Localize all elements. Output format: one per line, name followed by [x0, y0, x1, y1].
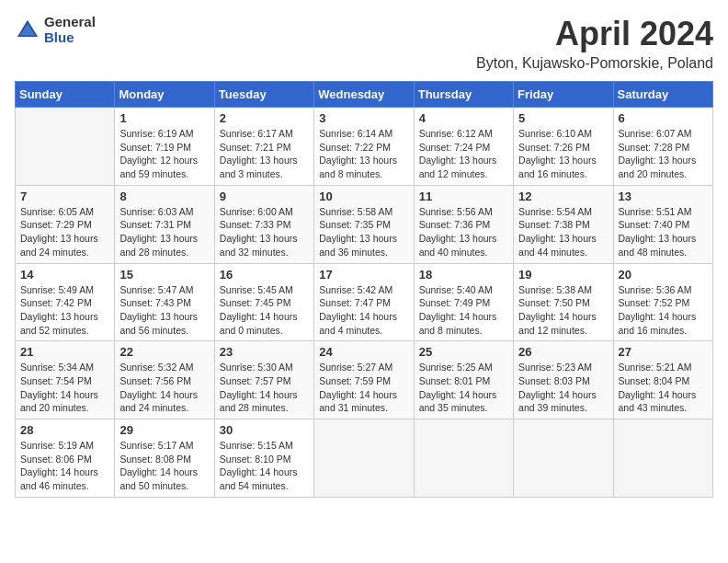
calendar-week-row: 28Sunrise: 5:19 AM Sunset: 8:06 PM Dayli…	[16, 419, 713, 498]
day-info: Sunrise: 5:47 AM Sunset: 7:43 PM Dayligh…	[119, 283, 209, 338]
calendar-cell: 17Sunrise: 5:42 AM Sunset: 7:47 PM Dayli…	[314, 263, 414, 341]
weekday-header-row: SundayMondayTuesdayWednesdayThursdayFrid…	[16, 82, 713, 108]
day-number: 10	[319, 190, 408, 203]
calendar-cell: 28Sunrise: 5:19 AM Sunset: 8:06 PM Dayli…	[16, 419, 115, 498]
calendar-week-row: 1Sunrise: 6:19 AM Sunset: 7:19 PM Daylig…	[16, 108, 713, 186]
day-info: Sunrise: 6:03 AM Sunset: 7:31 PM Dayligh…	[119, 205, 209, 259]
calendar-cell: 12Sunrise: 5:54 AM Sunset: 7:38 PM Dayli…	[514, 185, 613, 263]
day-info: Sunrise: 5:34 AM Sunset: 7:54 PM Dayligh…	[20, 361, 109, 415]
calendar-week-row: 14Sunrise: 5:49 AM Sunset: 7:42 PM Dayli…	[16, 263, 713, 341]
calendar-cell: 10Sunrise: 5:58 AM Sunset: 7:35 PM Dayli…	[314, 185, 414, 263]
day-info: Sunrise: 6:05 AM Sunset: 7:29 PM Dayligh…	[20, 205, 109, 259]
weekday-header: Wednesday	[314, 82, 414, 108]
calendar-cell: 19Sunrise: 5:38 AM Sunset: 7:50 PM Dayli…	[514, 263, 613, 341]
day-number: 3	[319, 111, 408, 125]
day-number: 23	[220, 345, 309, 359]
calendar-cell: 13Sunrise: 5:51 AM Sunset: 7:40 PM Dayli…	[613, 185, 712, 263]
day-number: 30	[220, 423, 309, 437]
day-info: Sunrise: 5:32 AM Sunset: 7:56 PM Dayligh…	[119, 361, 209, 415]
weekday-header: Monday	[115, 82, 214, 108]
calendar-cell: 30Sunrise: 5:15 AM Sunset: 8:10 PM Dayli…	[214, 419, 313, 498]
weekday-header: Sunday	[16, 82, 115, 108]
calendar-week-row: 7Sunrise: 6:05 AM Sunset: 7:29 PM Daylig…	[16, 185, 713, 263]
location-title: Byton, Kujawsko-Pomorskie, Poland	[476, 55, 713, 72]
day-info: Sunrise: 5:36 AM Sunset: 7:52 PM Dayligh…	[619, 283, 708, 338]
calendar: SundayMondayTuesdayWednesdayThursdayFrid…	[15, 81, 713, 498]
logo-icon	[15, 17, 40, 43]
day-number: 7	[20, 190, 109, 203]
day-number: 20	[619, 268, 708, 282]
day-number: 11	[419, 190, 508, 203]
day-info: Sunrise: 5:40 AM Sunset: 7:49 PM Dayligh…	[419, 283, 508, 338]
weekday-header: Tuesday	[214, 82, 313, 108]
logo-blue-text: Blue	[44, 30, 96, 46]
logo: General Blue	[15, 15, 96, 45]
calendar-cell: 4Sunrise: 6:12 AM Sunset: 7:24 PM Daylig…	[414, 108, 513, 186]
day-number: 13	[619, 190, 708, 203]
calendar-cell: 20Sunrise: 5:36 AM Sunset: 7:52 PM Dayli…	[613, 263, 712, 341]
logo-text: General Blue	[44, 15, 96, 45]
day-info: Sunrise: 5:51 AM Sunset: 7:40 PM Dayligh…	[619, 205, 708, 259]
calendar-week-row: 21Sunrise: 5:34 AM Sunset: 7:54 PM Dayli…	[16, 341, 713, 419]
day-info: Sunrise: 5:38 AM Sunset: 7:50 PM Dayligh…	[518, 283, 608, 338]
day-info: Sunrise: 6:14 AM Sunset: 7:22 PM Dayligh…	[319, 127, 408, 181]
calendar-cell: 25Sunrise: 5:25 AM Sunset: 8:01 PM Dayli…	[414, 341, 513, 419]
day-info: Sunrise: 6:10 AM Sunset: 7:26 PM Dayligh…	[518, 127, 608, 181]
day-number: 21	[20, 345, 109, 359]
day-number: 28	[20, 423, 109, 437]
day-info: Sunrise: 5:21 AM Sunset: 8:04 PM Dayligh…	[619, 361, 708, 415]
month-title: April 2024	[476, 15, 713, 53]
calendar-cell: 23Sunrise: 5:30 AM Sunset: 7:57 PM Dayli…	[214, 341, 313, 419]
day-info: Sunrise: 6:17 AM Sunset: 7:21 PM Dayligh…	[220, 127, 309, 181]
calendar-cell: 18Sunrise: 5:40 AM Sunset: 7:49 PM Dayli…	[414, 263, 513, 341]
day-number: 18	[419, 268, 508, 282]
weekday-header: Saturday	[613, 82, 712, 108]
day-info: Sunrise: 6:07 AM Sunset: 7:28 PM Dayligh…	[619, 127, 708, 181]
day-number: 9	[220, 190, 309, 203]
calendar-cell: 2Sunrise: 6:17 AM Sunset: 7:21 PM Daylig…	[214, 108, 313, 186]
day-number: 26	[518, 345, 608, 359]
logo-general-text: General	[44, 15, 96, 30]
day-number: 4	[419, 111, 508, 125]
calendar-cell: 3Sunrise: 6:14 AM Sunset: 7:22 PM Daylig…	[314, 108, 414, 186]
calendar-cell: 22Sunrise: 5:32 AM Sunset: 7:56 PM Dayli…	[115, 341, 214, 419]
day-info: Sunrise: 5:56 AM Sunset: 7:36 PM Dayligh…	[419, 205, 508, 259]
header: General Blue April 2024 Byton, Kujawsko-…	[15, 15, 713, 72]
calendar-cell: 14Sunrise: 5:49 AM Sunset: 7:42 PM Dayli…	[16, 263, 115, 341]
title-area: April 2024 Byton, Kujawsko-Pomorskie, Po…	[476, 15, 713, 72]
calendar-cell	[314, 419, 414, 498]
calendar-cell: 27Sunrise: 5:21 AM Sunset: 8:04 PM Dayli…	[613, 341, 712, 419]
calendar-cell: 1Sunrise: 6:19 AM Sunset: 7:19 PM Daylig…	[115, 108, 214, 186]
calendar-cell	[613, 419, 712, 498]
calendar-cell	[414, 419, 513, 498]
calendar-cell: 11Sunrise: 5:56 AM Sunset: 7:36 PM Dayli…	[414, 185, 513, 263]
calendar-cell: 21Sunrise: 5:34 AM Sunset: 7:54 PM Dayli…	[16, 341, 115, 419]
calendar-cell: 5Sunrise: 6:10 AM Sunset: 7:26 PM Daylig…	[514, 108, 613, 186]
weekday-header: Friday	[514, 82, 613, 108]
day-info: Sunrise: 5:58 AM Sunset: 7:35 PM Dayligh…	[319, 205, 408, 259]
day-info: Sunrise: 5:19 AM Sunset: 8:06 PM Dayligh…	[20, 439, 109, 493]
day-info: Sunrise: 5:17 AM Sunset: 8:08 PM Dayligh…	[119, 439, 209, 493]
day-number: 27	[619, 345, 708, 359]
day-number: 17	[319, 268, 408, 282]
day-number: 19	[518, 268, 608, 282]
day-info: Sunrise: 5:30 AM Sunset: 7:57 PM Dayligh…	[220, 361, 309, 415]
day-number: 2	[220, 111, 309, 125]
calendar-cell: 16Sunrise: 5:45 AM Sunset: 7:45 PM Dayli…	[214, 263, 313, 341]
calendar-cell: 29Sunrise: 5:17 AM Sunset: 8:08 PM Dayli…	[115, 419, 214, 498]
calendar-cell: 24Sunrise: 5:27 AM Sunset: 7:59 PM Dayli…	[314, 341, 414, 419]
day-info: Sunrise: 5:42 AM Sunset: 7:47 PM Dayligh…	[319, 283, 408, 338]
day-number: 16	[220, 268, 309, 282]
day-info: Sunrise: 5:23 AM Sunset: 8:03 PM Dayligh…	[518, 361, 608, 415]
day-number: 29	[119, 423, 209, 437]
day-number: 5	[518, 111, 608, 125]
day-info: Sunrise: 5:49 AM Sunset: 7:42 PM Dayligh…	[20, 283, 109, 338]
day-number: 24	[319, 345, 408, 359]
day-number: 25	[419, 345, 508, 359]
calendar-cell	[514, 419, 613, 498]
day-info: Sunrise: 6:19 AM Sunset: 7:19 PM Dayligh…	[119, 127, 209, 181]
calendar-cell: 6Sunrise: 6:07 AM Sunset: 7:28 PM Daylig…	[613, 108, 712, 186]
day-info: Sunrise: 5:45 AM Sunset: 7:45 PM Dayligh…	[220, 283, 309, 338]
day-info: Sunrise: 6:00 AM Sunset: 7:33 PM Dayligh…	[220, 205, 309, 259]
day-number: 12	[518, 190, 608, 203]
